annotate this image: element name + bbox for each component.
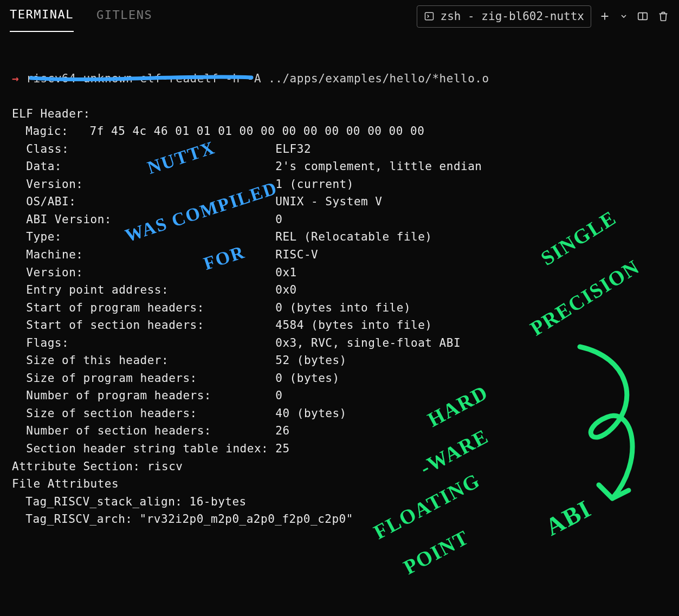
elf-val: 0 (bytes) <box>275 369 339 387</box>
elf-key: Number of program headers: <box>26 387 211 405</box>
new-terminal-icon[interactable] <box>599 10 611 22</box>
terminal-box-icon <box>424 11 435 22</box>
command-line: riscv64-unknown-elf-readelf -h -A ../app… <box>26 72 489 85</box>
magic-label: Magic: <box>25 125 68 138</box>
elf-val: 2's complement, little endian <box>275 158 482 176</box>
elf-val: 0 <box>275 387 282 405</box>
elf-val: 0x1 <box>275 264 296 282</box>
magic-value: 7f 45 4c 46 01 01 01 00 00 00 00 00 00 0… <box>90 125 425 138</box>
shell-label: zsh - zig-bl602-nuttx <box>440 8 584 25</box>
elf-val: 4584 (bytes into file) <box>275 316 432 334</box>
shell-selector[interactable]: zsh - zig-bl602-nuttx <box>417 5 591 28</box>
elf-key: Flags: <box>26 334 69 352</box>
elf-key: Size of this header: <box>26 352 169 369</box>
tab-gitlens[interactable]: GITLENS <box>96 2 152 31</box>
split-panel-icon[interactable] <box>637 10 649 22</box>
elf-header-title: ELF Header: <box>12 107 90 120</box>
elf-val: RISC-V <box>275 246 318 264</box>
elf-key: OS/ABI: <box>26 193 76 211</box>
elf-val: 1 (current) <box>275 176 354 193</box>
elf-key: Type: <box>26 228 62 246</box>
elf-key: Number of section headers: <box>26 422 211 440</box>
elf-val: 25 <box>275 440 289 458</box>
elf-val: 26 <box>275 422 289 440</box>
elf-key: Data: <box>26 158 62 176</box>
elf-val: 0x0 <box>275 281 296 299</box>
attr-section: Attribute Section: riscv <box>12 460 183 473</box>
elf-val: 40 (bytes) <box>275 405 346 423</box>
prompt-arrow: → <box>12 72 19 85</box>
file-attributes: File Attributes <box>12 477 119 490</box>
elf-key: Start of program headers: <box>26 299 204 317</box>
elf-key: Version: <box>26 176 83 193</box>
elf-key: Section header string table index: <box>26 440 268 458</box>
elf-val: REL (Relocatable file) <box>275 228 432 246</box>
elf-key: Version: <box>26 264 83 282</box>
elf-val: 0 <box>275 211 282 229</box>
elf-val: 0x3, RVC, single-float ABI <box>275 334 461 352</box>
tab-terminal[interactable]: TERMINAL <box>10 1 74 31</box>
elf-key: Size of program headers: <box>26 369 197 387</box>
elf-key: Class: <box>26 140 69 158</box>
elf-val: 52 (bytes) <box>275 352 346 369</box>
tag-arch: Tag_RISCV_arch: "rv32i2p0_m2p0_a2p0_f2p0… <box>12 513 353 526</box>
elf-key: Machine: <box>26 246 83 264</box>
elf-key: Size of section headers: <box>26 405 197 423</box>
elf-key: Entry point address: <box>26 281 169 299</box>
tag-stack-align: Tag_RISCV_stack_align: 16-bytes <box>12 495 247 508</box>
trash-icon[interactable] <box>657 10 669 22</box>
chevron-down-icon[interactable] <box>619 12 628 21</box>
tab-bar: TERMINAL GITLENS zsh - zig-bl602-nuttx <box>0 0 679 30</box>
elf-key: Start of section headers: <box>26 316 204 334</box>
elf-val: UNIX - System V <box>275 193 382 211</box>
terminal-output[interactable]: → riscv64-unknown-elf-readelf -h -A ../a… <box>0 30 679 534</box>
elf-key: ABI Version: <box>26 211 112 229</box>
elf-val: 0 (bytes into file) <box>275 299 411 317</box>
elf-val: ELF32 <box>275 140 311 158</box>
